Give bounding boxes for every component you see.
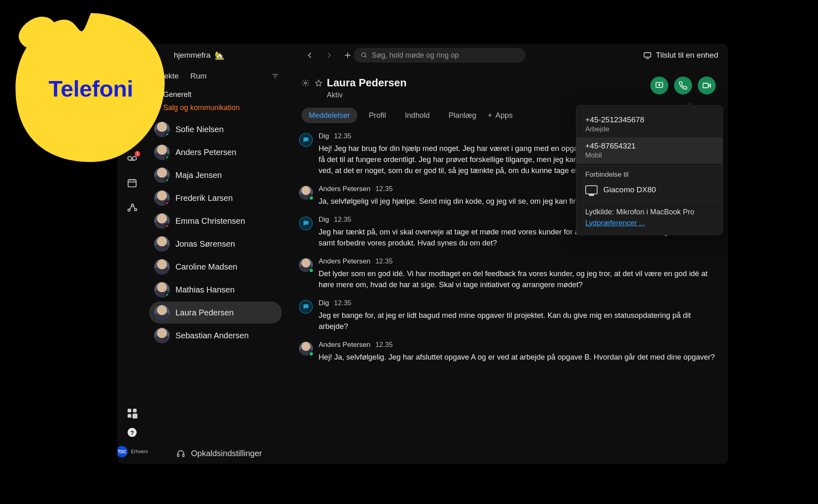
calendar-nav-icon[interactable] xyxy=(126,177,138,189)
message-author: Anders Petersen xyxy=(319,257,371,266)
message: Dig12.35Jeg er bange for, at jeg er lidt… xyxy=(299,299,716,332)
contact-name: Sofie Nielsen xyxy=(175,125,224,134)
tab-content[interactable]: Indhold xyxy=(398,108,437,123)
message-time: 12.35 xyxy=(334,132,352,140)
presence-indicator xyxy=(165,292,170,297)
avatar xyxy=(299,258,313,272)
contact-item[interactable]: Laura Pedersen xyxy=(149,302,282,324)
header-actions xyxy=(650,76,716,94)
avatar xyxy=(154,282,170,297)
add-apps-button[interactable]: + Apps xyxy=(488,111,513,120)
headset-icon xyxy=(176,449,185,458)
contact-item[interactable]: Emma Christensen xyxy=(149,210,282,232)
message-time: 12.35 xyxy=(375,341,393,349)
message-time: 12.35 xyxy=(334,216,352,224)
tab-rooms[interactable]: Rum xyxy=(190,72,207,81)
gear-icon[interactable] xyxy=(301,79,310,87)
search-input[interactable]: Søg, hold møde og ring op xyxy=(354,48,526,63)
phone-number-option[interactable]: +45-87654321 Mobil xyxy=(576,137,723,164)
message-time: 12.35 xyxy=(375,185,393,193)
status-emoji: 🏡 xyxy=(215,51,225,60)
message-text: Det lyder som en god idé. Vi har modtage… xyxy=(319,268,716,290)
presence-indicator xyxy=(309,268,314,273)
contact-name: Jonas Sørensen xyxy=(175,239,235,249)
contact-item[interactable]: Mathias Hansen xyxy=(149,279,282,301)
presence-indicator xyxy=(165,201,170,206)
avatar xyxy=(154,236,170,252)
message-author: Anders Petersen xyxy=(319,185,371,193)
contact-name: Frederik Larsen xyxy=(175,194,233,203)
status-text: hjemmefra xyxy=(174,51,211,60)
tab-messages[interactable]: Meddelelser xyxy=(301,108,357,123)
svg-rect-24 xyxy=(703,83,708,88)
audio-call-button[interactable] xyxy=(674,76,692,94)
contact-item[interactable]: Caroline Madsen xyxy=(149,256,282,278)
self-chat-icon xyxy=(299,216,313,230)
svg-marker-22 xyxy=(316,80,322,86)
main-pane: Laura Pedersen Aktiv Meddelelser xyxy=(289,67,728,464)
contact-item[interactable]: Frederik Larsen xyxy=(149,187,282,209)
svg-point-21 xyxy=(305,82,307,84)
telefoni-promo-badge: Telefoni xyxy=(9,7,173,170)
monitor-icon xyxy=(585,185,598,194)
avatar xyxy=(154,305,170,320)
message-text: Hej! Ja, selvfølgelig. Jeg har afsluttet… xyxy=(319,351,716,362)
filter-icon[interactable] xyxy=(271,72,279,80)
brand-label: Erhverv xyxy=(131,449,148,454)
contact-name: Laura Pedersen xyxy=(175,308,234,317)
self-chat-icon xyxy=(299,133,313,147)
message-author: Dig xyxy=(319,216,329,224)
avatar xyxy=(299,186,313,200)
apps-grid-icon[interactable] xyxy=(126,407,138,419)
message: Anders Petersen12.35Det lyder som en god… xyxy=(299,257,716,290)
svg-rect-9 xyxy=(128,180,136,187)
video-call-button[interactable] xyxy=(698,76,716,94)
brand-badge[interactable]: TDC Erhverv xyxy=(117,446,148,457)
message-time: 12.35 xyxy=(375,257,393,266)
user-status[interactable]: hjemmefra 🏡 xyxy=(174,44,225,67)
call-popover: +45-2512345678 Arbejde +45-87654321 Mobi… xyxy=(576,105,723,235)
connect-device-button[interactable]: Tilslut til en enhed xyxy=(643,44,718,67)
avatar xyxy=(154,328,170,343)
presence-indicator xyxy=(165,178,170,183)
avatar xyxy=(154,259,170,274)
phone-number: +45-2512345678 xyxy=(585,115,714,124)
avatar xyxy=(154,190,170,206)
message-time: 12.35 xyxy=(334,299,352,307)
phone-label: Arbejde xyxy=(585,125,714,133)
phone-number-option[interactable]: +45-2512345678 Arbejde xyxy=(576,111,723,137)
nav-forward-button[interactable] xyxy=(324,50,334,60)
phone-label: Mobil xyxy=(585,151,714,160)
device-name: Giacomo DX80 xyxy=(603,185,656,194)
header-title-icons xyxy=(301,79,323,87)
contact-name: Mathias Hansen xyxy=(175,285,235,295)
message-author: Anders Petersen xyxy=(319,341,371,349)
share-screen-button[interactable] xyxy=(650,76,668,94)
call-settings-button[interactable]: Opkaldsindstillinger xyxy=(176,449,262,458)
message: Anders Petersen12.35Hej! Ja, selvfølgeli… xyxy=(299,341,716,362)
audio-preferences-link[interactable]: Lydpræferencer ... xyxy=(576,216,723,227)
device-option[interactable]: Giacomo DX80 xyxy=(576,181,723,198)
help-icon[interactable]: ? xyxy=(128,428,137,437)
search-placeholder: Søg, hold møde og ring op xyxy=(372,51,459,60)
contact-name: Caroline Madsen xyxy=(175,262,237,272)
favorite-star-icon[interactable] xyxy=(315,79,323,87)
avatar xyxy=(154,213,170,229)
contact-item[interactable]: Sebastian Andersen xyxy=(149,324,282,346)
connect-device-label: Tilslut til en enhed xyxy=(656,51,718,60)
conversation-status: Aktiv xyxy=(327,91,407,99)
top-bar: hjemmefra 🏡 Søg, hold møde og ring op xyxy=(117,44,728,67)
new-item-button[interactable] xyxy=(343,50,353,60)
add-apps-label: Apps xyxy=(495,111,512,120)
svg-rect-4 xyxy=(644,53,651,57)
tab-profile[interactable]: Profil xyxy=(362,108,393,123)
network-nav-icon[interactable] xyxy=(126,202,138,213)
plus-icon: + xyxy=(488,111,492,120)
app-window: hjemmefra 🏡 Søg, hold møde og ring op xyxy=(117,44,728,464)
device-icon xyxy=(643,51,652,60)
message-text: Jeg er bange for, at jeg er lidt bagud m… xyxy=(319,310,716,332)
contact-item[interactable]: Jonas Sørensen xyxy=(149,233,282,255)
tab-schedule[interactable]: Planlæg xyxy=(441,108,484,123)
contact-name: Emma Christensen xyxy=(175,216,245,226)
nav-back-button[interactable] xyxy=(305,50,315,60)
